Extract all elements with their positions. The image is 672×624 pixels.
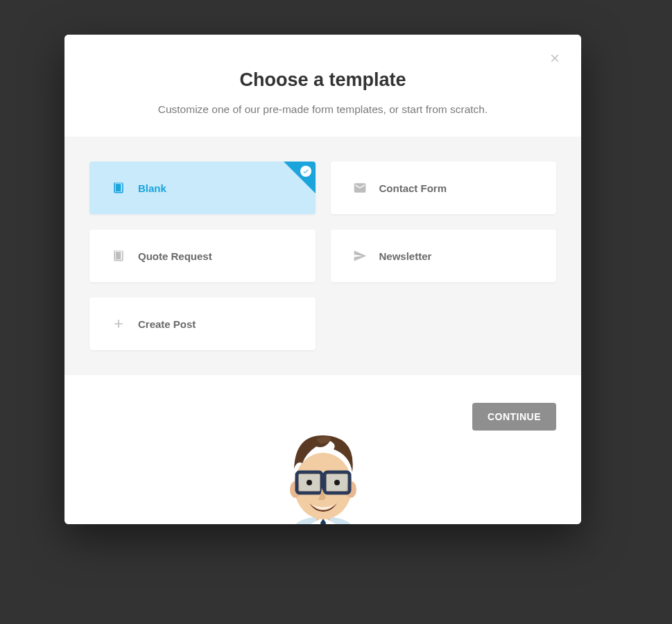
modal-body: Blank Contact Form Quote Request Newslet… bbox=[64, 137, 581, 375]
close-button[interactable] bbox=[548, 52, 562, 66]
svg-point-13 bbox=[334, 480, 340, 485]
mascot-illustration bbox=[268, 406, 379, 524]
template-card-create-post[interactable]: Create Post bbox=[89, 297, 316, 350]
close-icon bbox=[549, 52, 561, 64]
continue-button[interactable]: CONTINUE bbox=[472, 403, 556, 431]
check-icon bbox=[300, 166, 311, 177]
template-label: Quote Request bbox=[138, 250, 212, 262]
send-icon bbox=[353, 249, 367, 263]
modal-title: Choose a template bbox=[92, 69, 553, 91]
template-label: Contact Form bbox=[379, 182, 447, 194]
template-label: Create Post bbox=[138, 318, 196, 330]
mail-icon bbox=[353, 181, 367, 195]
selected-badge bbox=[284, 162, 316, 193]
template-card-newsletter[interactable]: Newsletter bbox=[331, 229, 557, 282]
plus-icon bbox=[112, 317, 126, 331]
template-label: Newsletter bbox=[379, 250, 432, 262]
template-card-blank[interactable]: Blank bbox=[89, 162, 316, 214]
modal-subtitle: Customize one of our pre-made form templ… bbox=[92, 103, 553, 116]
book-icon bbox=[112, 181, 126, 195]
book-icon bbox=[112, 249, 126, 263]
svg-point-12 bbox=[307, 480, 312, 485]
svg-rect-1 bbox=[116, 252, 121, 259]
template-card-quote-request[interactable]: Quote Request bbox=[89, 229, 316, 282]
template-card-contact-form[interactable]: Contact Form bbox=[331, 162, 557, 214]
svg-rect-0 bbox=[116, 184, 121, 191]
modal-footer: CONTINUE bbox=[64, 375, 581, 524]
template-grid: Blank Contact Form Quote Request Newslet… bbox=[89, 162, 556, 350]
template-chooser-modal: Choose a template Customize one of our p… bbox=[64, 35, 581, 524]
modal-header: Choose a template Customize one of our p… bbox=[64, 35, 581, 137]
template-label: Blank bbox=[138, 182, 166, 194]
